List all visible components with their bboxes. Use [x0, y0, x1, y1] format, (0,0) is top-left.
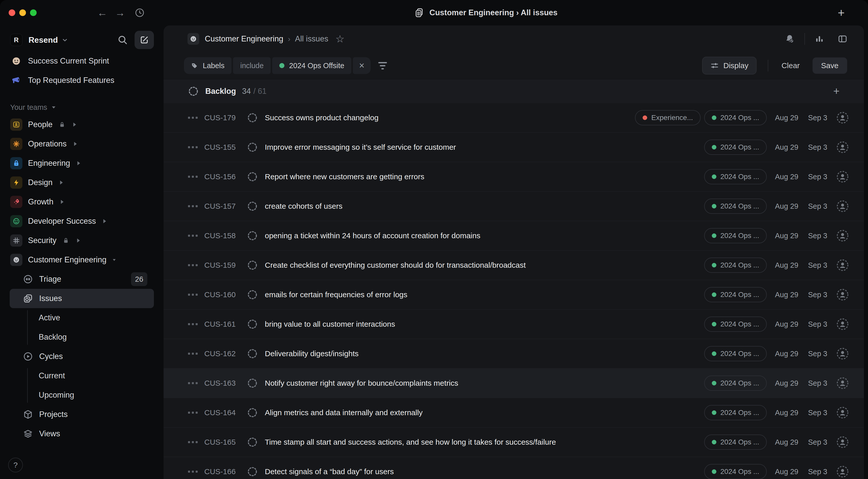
label-pill[interactable]: 2024 Ops ...	[704, 198, 767, 214]
assignee-avatar[interactable]	[836, 230, 849, 242]
issue-row[interactable]: CUS-164 Align metrics and data internall…	[163, 398, 864, 428]
sidebar-team-security[interactable]: Security	[0, 231, 163, 250]
sidebar-item-success-current-sprint[interactable]: Success Current Sprint	[0, 51, 163, 71]
sidebar-team-growth[interactable]: Growth	[0, 192, 163, 212]
workspace-logo[interactable]: R	[10, 34, 22, 46]
breadcrumb-team[interactable]: Customer Engineering	[205, 34, 283, 43]
back-button[interactable]: ←	[97, 8, 107, 18]
clear-filters-button[interactable]: Clear	[779, 61, 802, 70]
assignee-avatar[interactable]	[836, 200, 849, 212]
side-panel-toggle-icon[interactable]	[837, 34, 848, 44]
priority-icon[interactable]	[188, 471, 204, 473]
assignee-avatar[interactable]	[836, 141, 849, 153]
priority-icon[interactable]	[188, 294, 204, 296]
search-icon[interactable]	[117, 35, 128, 45]
assignee-avatar[interactable]	[836, 318, 849, 330]
sidebar-item-upcoming[interactable]: Upcoming	[0, 385, 163, 405]
backlog-section-header[interactable]: Backlog 34 / 61 +	[163, 79, 864, 103]
filter-operator-chip[interactable]: include	[233, 57, 271, 74]
sidebar-item-top-requested-features[interactable]: Top Requested Features	[0, 71, 163, 90]
add-issue-button[interactable]: +	[833, 86, 839, 97]
backlog-status-icon[interactable]	[247, 319, 258, 329]
help-button[interactable]: ?	[8, 458, 23, 472]
label-pill[interactable]: 2024 Ops ...	[704, 287, 767, 302]
zoom-window-button[interactable]	[30, 9, 37, 16]
backlog-status-icon[interactable]	[247, 378, 258, 388]
issue-row[interactable]: CUS-162 Deliverability digest/insights 2…	[163, 339, 864, 369]
insights-chart-icon[interactable]	[814, 34, 824, 44]
issue-row[interactable]: CUS-155 Improve error messaging so it’s …	[163, 133, 864, 162]
your-teams-section[interactable]: Your teams	[0, 100, 163, 115]
add-filter-icon[interactable]	[378, 62, 387, 69]
assignee-avatar[interactable]	[836, 407, 849, 419]
label-pill[interactable]: 2024 Ops ...	[704, 228, 767, 243]
backlog-status-icon[interactable]	[247, 171, 258, 182]
assignee-avatar[interactable]	[836, 111, 849, 124]
sidebar-item-triage[interactable]: Triage 26	[10, 269, 154, 289]
priority-icon[interactable]	[188, 382, 204, 384]
issue-row[interactable]: CUS-157 create cohorts of users 2024 Ops…	[163, 192, 864, 221]
assignee-avatar[interactable]	[836, 289, 849, 301]
backlog-status-icon[interactable]	[247, 289, 258, 300]
label-pill[interactable]: 2024 Ops ...	[704, 258, 767, 273]
sidebar-item-projects[interactable]: Projects	[10, 405, 154, 424]
backlog-status-icon[interactable]	[247, 407, 258, 418]
label-pill[interactable]: 2024 Ops ...	[704, 169, 767, 184]
issue-row[interactable]: CUS-160 emails for certain frequencies o…	[163, 280, 864, 310]
assignee-avatar[interactable]	[836, 466, 849, 478]
filter-field-chip[interactable]: Labels	[184, 57, 231, 74]
notifications-bell-icon[interactable]	[784, 34, 795, 44]
backlog-status-icon[interactable]	[247, 113, 258, 123]
label-pill[interactable]: 2024 Ops ...	[704, 110, 767, 125]
backlog-status-icon[interactable]	[247, 437, 258, 447]
label-pill[interactable]: 2024 Ops ...	[704, 346, 767, 361]
filter-value-chip[interactable]: 2024 Ops Offsite	[272, 57, 351, 74]
display-options-button[interactable]: Display	[702, 57, 756, 74]
backlog-status-icon[interactable]	[247, 230, 258, 241]
sidebar-item-active[interactable]: Active	[0, 308, 163, 327]
forward-button[interactable]: →	[115, 8, 125, 18]
label-pill[interactable]: 2024 Ops ...	[704, 405, 767, 420]
label-pill[interactable]: 2024 Ops ...	[704, 435, 767, 450]
filter-remove-chip[interactable]: ×	[353, 57, 370, 74]
sidebar-item-backlog[interactable]: Backlog	[0, 327, 163, 347]
priority-icon[interactable]	[188, 323, 204, 325]
favorite-star-icon[interactable]: ☆	[335, 34, 344, 44]
assignee-avatar[interactable]	[836, 259, 849, 271]
minimize-window-button[interactable]	[19, 9, 26, 16]
backlog-status-icon[interactable]	[247, 201, 258, 212]
priority-icon[interactable]	[188, 176, 204, 178]
priority-icon[interactable]	[188, 235, 204, 237]
priority-icon[interactable]	[188, 117, 204, 119]
new-issue-button[interactable]	[134, 31, 154, 49]
issue-row[interactable]: CUS-156 Report where new customers are g…	[163, 162, 864, 192]
sidebar-item-views[interactable]: Views	[10, 424, 154, 443]
issue-row[interactable]: CUS-163 Notify customer right away for b…	[163, 369, 864, 398]
history-clock-icon[interactable]	[134, 7, 145, 18]
issue-row[interactable]: CUS-165 Time stamp all start and success…	[163, 428, 864, 457]
priority-icon[interactable]	[188, 353, 204, 355]
close-window-button[interactable]	[9, 9, 15, 16]
sidebar-team-customer-engineering[interactable]: Customer Engineering	[0, 250, 163, 269]
issue-row[interactable]: CUS-158 opening a ticket within 24 hours…	[163, 221, 864, 251]
sidebar-item-issues[interactable]: Issues	[10, 289, 154, 308]
backlog-status-icon[interactable]	[247, 260, 258, 270]
assignee-avatar[interactable]	[836, 436, 849, 448]
priority-icon[interactable]	[188, 412, 204, 414]
priority-icon[interactable]	[188, 264, 204, 266]
new-tab-button[interactable]: +	[838, 7, 845, 19]
label-pill[interactable]: 2024 Ops ...	[704, 317, 767, 332]
assignee-avatar[interactable]	[836, 170, 849, 183]
label-pill[interactable]: 2024 Ops ...	[704, 139, 767, 155]
sidebar-team-operations[interactable]: Operations	[0, 134, 163, 154]
backlog-status-icon[interactable]	[247, 466, 258, 477]
issue-row[interactable]: CUS-179 Success owns product changelog E…	[163, 103, 864, 133]
assignee-avatar[interactable]	[836, 377, 849, 389]
issue-row[interactable]: CUS-159 Create checklist of everything c…	[163, 251, 864, 280]
assignee-avatar[interactable]	[836, 348, 849, 360]
label-pill[interactable]: 2024 Ops ...	[704, 464, 767, 479]
backlog-status-icon[interactable]	[247, 348, 258, 359]
save-view-button[interactable]: Save	[812, 58, 847, 74]
sidebar-item-current[interactable]: Current	[0, 366, 163, 385]
label-pill[interactable]: Experience...	[635, 110, 700, 125]
